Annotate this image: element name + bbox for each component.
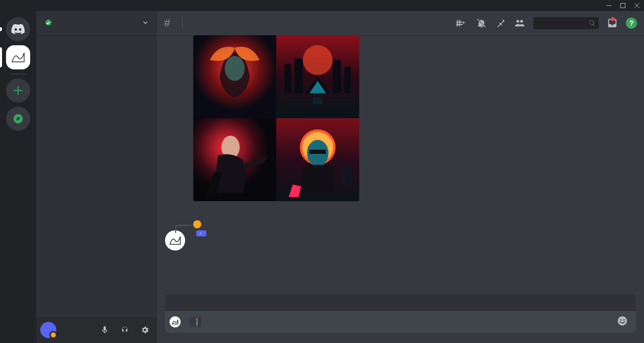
svg-point-2	[225, 56, 245, 81]
svg-rect-6	[294, 58, 303, 93]
members-button[interactable]	[514, 18, 525, 29]
svg-rect-7	[333, 60, 341, 94]
home-button[interactable]	[6, 17, 30, 41]
reply-avatar	[193, 220, 201, 228]
channel-header: #	[157, 11, 644, 35]
settings-button[interactable]	[137, 322, 153, 338]
window-close[interactable]	[630, 0, 644, 11]
svg-rect-8	[344, 67, 351, 94]
user-panel	[36, 317, 157, 343]
svg-rect-9	[313, 98, 323, 104]
chevron-down-icon	[142, 19, 149, 28]
server-header[interactable]	[36, 11, 157, 35]
message-list[interactable]	[157, 35, 644, 294]
svg-rect-5	[285, 64, 291, 94]
emoji-button[interactable]	[617, 315, 628, 329]
user-avatar[interactable]	[40, 322, 56, 338]
inbox-button[interactable]	[607, 18, 618, 29]
server-midjourney[interactable]	[6, 45, 30, 69]
svg-rect-16	[309, 150, 326, 154]
window-minimize[interactable]	[602, 0, 616, 11]
svg-rect-0	[621, 4, 625, 8]
deafen-button[interactable]	[117, 322, 133, 338]
svg-point-19	[618, 316, 627, 325]
help-button[interactable]: ?	[626, 18, 637, 29]
pinned-button[interactable]	[495, 18, 506, 29]
bot-avatar[interactable]	[165, 230, 185, 250]
title-bar	[0, 0, 644, 11]
svg-rect-17	[341, 164, 346, 185]
svg-point-20	[620, 319, 621, 320]
hash-icon: #	[164, 17, 170, 30]
explore-servers-button[interactable]	[6, 107, 30, 131]
main-content: #	[157, 11, 644, 343]
notification-button[interactable]	[476, 18, 487, 29]
mute-button[interactable]	[97, 322, 113, 338]
search-input[interactable]	[533, 17, 599, 29]
svg-point-4	[303, 45, 333, 75]
server-sidebar	[0, 11, 36, 343]
message-input[interactable]	[165, 311, 636, 333]
image-grid[interactable]	[193, 35, 359, 201]
svg-rect-18	[348, 168, 352, 185]
add-server-button[interactable]	[6, 78, 30, 103]
verified-icon	[44, 19, 52, 27]
reply-context[interactable]	[193, 220, 636, 228]
app-icon[interactable]	[165, 316, 185, 327]
window-maximize[interactable]	[616, 0, 630, 11]
channel-sidebar	[36, 11, 157, 343]
autocomplete-popup[interactable]	[165, 294, 636, 311]
svg-point-21	[623, 319, 625, 320]
bot-tag	[196, 230, 206, 236]
threads-button[interactable]	[455, 18, 468, 29]
